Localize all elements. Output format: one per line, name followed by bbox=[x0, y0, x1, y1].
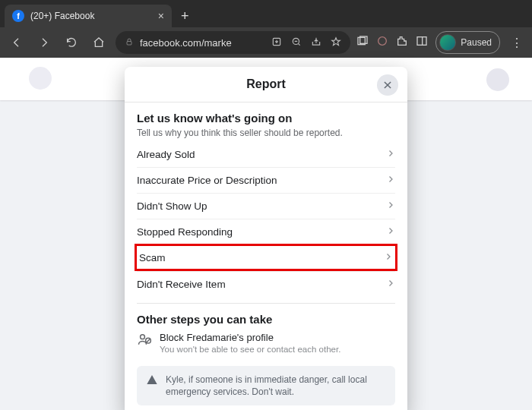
report-modal: Report Let us know what's going on Tell … bbox=[125, 67, 407, 410]
close-tab-icon[interactable]: × bbox=[158, 10, 164, 22]
chevron-right-icon bbox=[386, 279, 395, 290]
modal-subheading: Tell us why you think this seller should… bbox=[137, 128, 395, 138]
block-profile-row[interactable]: Block Fredamarie's profile You won't be … bbox=[125, 327, 407, 361]
close-modal-button[interactable] bbox=[377, 74, 398, 96]
modal-heading: Let us know what's going on bbox=[137, 112, 395, 125]
browser-tab[interactable]: f (20+) Facebook × bbox=[5, 5, 172, 27]
report-option[interactable]: Didn't Receive Item bbox=[137, 271, 395, 297]
bookmark-star-icon[interactable] bbox=[331, 36, 341, 49]
topbar-button-placeholder bbox=[486, 68, 509, 91]
forward-button[interactable] bbox=[33, 32, 55, 53]
avatar-icon bbox=[439, 34, 456, 51]
panel-icon[interactable] bbox=[416, 35, 428, 50]
address-bar[interactable]: facebook.com/marke bbox=[116, 31, 350, 54]
block-person-icon bbox=[137, 332, 152, 354]
block-title: Block Fredamarie's profile bbox=[160, 332, 340, 343]
lock-icon bbox=[125, 37, 134, 49]
modal-header: Report bbox=[125, 67, 407, 102]
warning-icon bbox=[146, 374, 158, 389]
chevron-right-icon bbox=[386, 200, 395, 212]
report-option-label: Stopped Responding bbox=[137, 226, 233, 238]
svg-rect-1 bbox=[127, 41, 131, 45]
report-option[interactable]: Scam bbox=[135, 244, 397, 271]
chevron-right-icon bbox=[384, 252, 393, 263]
modal-intro: Let us know what's going on Tell us why … bbox=[125, 102, 407, 141]
chevron-right-icon bbox=[386, 175, 395, 186]
browser-toolbar: facebook.com/marke Paused ⋮ bbox=[0, 27, 532, 58]
omnibox-actions bbox=[271, 36, 341, 49]
extensions-puzzle-icon[interactable] bbox=[396, 35, 408, 50]
emergency-warning: Kyle, if someone is in immediate danger,… bbox=[137, 366, 395, 405]
chevron-right-icon bbox=[386, 149, 395, 160]
paused-label: Paused bbox=[461, 37, 492, 48]
new-tab-button[interactable]: + bbox=[172, 5, 198, 27]
other-steps-heading: Other steps you can take bbox=[125, 304, 407, 327]
extension-icon[interactable] bbox=[376, 35, 388, 50]
fb-logo-placeholder bbox=[29, 67, 52, 90]
window-titlebar: f (20+) Facebook × + bbox=[0, 0, 532, 27]
report-option[interactable]: Stopped Responding bbox=[137, 219, 395, 244]
report-option[interactable]: Inaccurate Price or Description bbox=[137, 167, 395, 193]
report-option[interactable]: Already Sold bbox=[137, 141, 395, 167]
toolbar-right: Paused ⋮ bbox=[356, 31, 526, 54]
report-options-list: Already SoldInaccurate Price or Descript… bbox=[125, 141, 407, 297]
warning-text: Kyle, if someone is in immediate danger,… bbox=[166, 374, 386, 398]
report-option[interactable]: Didn't Show Up bbox=[137, 193, 395, 219]
tab-title: (20+) Facebook bbox=[30, 11, 94, 21]
report-option-label: Didn't Show Up bbox=[137, 200, 207, 212]
page-content: Report Let us know what's going on Tell … bbox=[0, 58, 532, 410]
chevron-right-icon bbox=[386, 226, 395, 238]
svg-point-6 bbox=[378, 37, 387, 46]
window-controls bbox=[454, 0, 532, 27]
report-option-label: Scam bbox=[139, 252, 166, 263]
modal-title: Report bbox=[246, 77, 286, 90]
collections-icon[interactable] bbox=[356, 35, 369, 50]
close-icon bbox=[382, 80, 393, 90]
zoom-out-icon[interactable] bbox=[291, 36, 302, 49]
report-option-label: Didn't Receive Item bbox=[137, 279, 226, 290]
svg-point-8 bbox=[141, 335, 145, 339]
block-sub: You won't be able to see or contact each… bbox=[160, 345, 340, 354]
facebook-favicon: f bbox=[12, 10, 24, 22]
install-icon[interactable] bbox=[271, 36, 282, 49]
url-text: facebook.com/marke bbox=[140, 37, 232, 49]
reload-button[interactable] bbox=[61, 32, 82, 53]
home-button[interactable] bbox=[88, 32, 109, 53]
share-icon[interactable] bbox=[311, 36, 321, 49]
back-button[interactable] bbox=[6, 32, 27, 53]
block-text: Block Fredamarie's profile You won't be … bbox=[160, 332, 340, 354]
profile-paused-pill[interactable]: Paused bbox=[435, 31, 500, 54]
menu-kebab-icon[interactable]: ⋮ bbox=[508, 36, 526, 50]
report-option-label: Already Sold bbox=[137, 149, 195, 160]
report-option-label: Inaccurate Price or Description bbox=[137, 175, 277, 186]
